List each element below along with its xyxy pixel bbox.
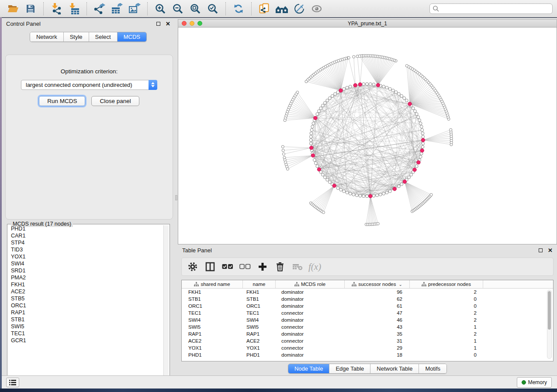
column-header-successor-nodes[interactable]: successor nodes ⌄ [345, 280, 410, 288]
tab-mcds[interactable]: MCDS [118, 32, 146, 41]
close-panel-button[interactable]: ✕ [166, 21, 170, 27]
table-scrollbar[interactable] [547, 290, 552, 359]
table-row[interactable]: STB1STB1dominator620 [182, 296, 553, 303]
search-input[interactable] [439, 6, 550, 12]
result-node[interactable]: TEC1 [8, 330, 163, 337]
close-panel-button-mcds[interactable]: Close panel [91, 96, 139, 106]
float-table-panel-button[interactable] [539, 248, 543, 252]
clear-table-icon [292, 263, 303, 271]
optimization-criterion-select[interactable]: largest connected component (undirected) [21, 80, 157, 90]
tab-edge-table[interactable]: Edge Table [329, 364, 370, 373]
result-node[interactable]: TID3 [8, 246, 163, 253]
table-row[interactable]: SWI5SWI5connector431 [182, 323, 553, 330]
table-settings-button[interactable] [186, 260, 199, 273]
network-window-title: YPA_prune.txt_1 [178, 21, 557, 27]
column-header-shared-name[interactable]: shared name [182, 280, 243, 288]
zoom-out-button[interactable] [170, 1, 186, 16]
save-session-button[interactable] [23, 1, 38, 16]
toggle-graphics-details-button[interactable] [291, 1, 307, 16]
select-all-button[interactable] [221, 260, 234, 273]
share-network-document-button[interactable] [256, 1, 272, 16]
result-node[interactable]: STP4 [8, 239, 163, 246]
checked-boxes-icon [222, 264, 233, 270]
node-table: shared name name MCDS role successor nod… [181, 280, 554, 361]
zoom-in-button[interactable] [152, 1, 168, 16]
vertical-splitter[interactable] [175, 18, 178, 375]
toolbar-separator [86, 2, 87, 15]
main-toolbar [0, 0, 557, 17]
result-node[interactable]: PHD1 [8, 225, 163, 232]
table-row[interactable]: ACE2ACE2connector311 [182, 337, 553, 344]
table-tabs: Node Table Edge Table Network Table Moti… [178, 364, 557, 374]
table-row[interactable]: ORC1ORC1dominator610 [182, 303, 553, 309]
open-file-button[interactable] [5, 1, 21, 16]
import-network-icon [50, 3, 62, 14]
export-network-button[interactable] [92, 1, 107, 16]
tab-style[interactable]: Style [64, 32, 89, 41]
toolbar-separator [43, 2, 44, 15]
result-node[interactable]: STB1 [8, 316, 163, 323]
search-icon [432, 5, 439, 12]
float-panel-button[interactable] [156, 22, 160, 26]
memory-status-icon [522, 380, 526, 385]
column-header-name[interactable]: name [243, 280, 276, 288]
table-row[interactable]: SWI4SWI4dominator462 [182, 316, 553, 323]
clear-table-button-disabled [291, 260, 304, 273]
result-node[interactable]: ACE2 [8, 288, 163, 295]
zoom-fit-button[interactable] [187, 1, 203, 16]
tab-network-table[interactable]: Network Table [370, 364, 419, 373]
export-network-icon [93, 3, 106, 14]
tab-node-table[interactable]: Node Table [288, 364, 330, 373]
network-canvas[interactable] [178, 27, 557, 244]
create-column-button[interactable] [256, 260, 269, 273]
node-table-rows: FKH1FKH1dominator962 STB1STB1dominator62… [182, 289, 553, 358]
table-scrollbar-thumb[interactable] [548, 291, 551, 330]
tab-network[interactable]: Network [30, 32, 64, 41]
export-table-button[interactable] [109, 1, 125, 16]
result-node[interactable]: RAP1 [8, 309, 163, 316]
hide-graphics-details-icon [294, 3, 305, 14]
splitter-grip[interactable] [175, 195, 177, 200]
result-node[interactable]: YOX1 [8, 253, 163, 260]
result-node[interactable]: PMA2 [8, 274, 163, 281]
import-network-button[interactable] [48, 1, 64, 16]
result-node[interactable]: GCR1 [8, 337, 163, 344]
refresh-button[interactable] [231, 1, 246, 16]
table-row[interactable]: TEC1TEC1connector472 [182, 309, 553, 316]
zoom-selected-button[interactable] [205, 1, 221, 16]
run-mcds-button[interactable]: Run MCDS [39, 96, 85, 106]
sort-descending-icon: ⌄ [398, 282, 402, 287]
show-hide-eye-button[interactable] [309, 1, 325, 16]
import-table-button[interactable] [66, 1, 82, 16]
mcds-result-list: PHD1 CAR1 STP4 TID3 YOX1 SWI4 SRD1 PMA2 … [8, 225, 163, 382]
result-node[interactable]: CAR1 [8, 232, 163, 239]
memory-label: Memory [528, 379, 547, 385]
show-columns-button[interactable] [204, 260, 217, 273]
close-table-panel-button[interactable]: ✕ [548, 247, 553, 254]
show-task-history-button[interactable] [6, 378, 19, 387]
network-window-titlebar[interactable]: YPA_prune.txt_1 [178, 19, 557, 27]
control-panel-tabs: Network Style Select MCDS [2, 32, 175, 42]
result-node[interactable]: SRD1 [8, 267, 163, 274]
table-row[interactable]: YOX1YOX1connector291 [182, 344, 553, 351]
deselect-all-button[interactable] [239, 260, 252, 273]
table-row[interactable]: FKH1FKH1dominator962 [182, 289, 553, 296]
table-row[interactable]: RAP1RAP1dominator352 [182, 330, 553, 337]
result-node[interactable]: ORC1 [8, 302, 163, 309]
column-header-predecessor-nodes[interactable]: predecessor nodes [410, 280, 483, 288]
column-header-mcds-role[interactable]: MCDS role [276, 280, 345, 288]
export-image-button[interactable] [127, 1, 142, 16]
table-row[interactable]: PHD1PHD1dominator180 [182, 351, 553, 358]
result-list-scrollbar[interactable] [163, 225, 169, 382]
delete-column-button[interactable] [273, 260, 287, 273]
tab-select[interactable]: Select [89, 32, 118, 41]
table-panel: Table Panel ✕ [178, 244, 557, 375]
result-node[interactable]: SWI4 [8, 260, 163, 267]
tab-motifs[interactable]: Motifs [419, 364, 446, 373]
memory-button[interactable]: Memory [517, 377, 552, 388]
result-node[interactable]: STB5 [8, 295, 163, 302]
search-neighbors-button[interactable] [274, 1, 290, 16]
result-node[interactable]: SWI5 [8, 323, 163, 330]
select-stepper-icon [149, 80, 157, 90]
result-node[interactable]: FKH1 [8, 281, 163, 288]
